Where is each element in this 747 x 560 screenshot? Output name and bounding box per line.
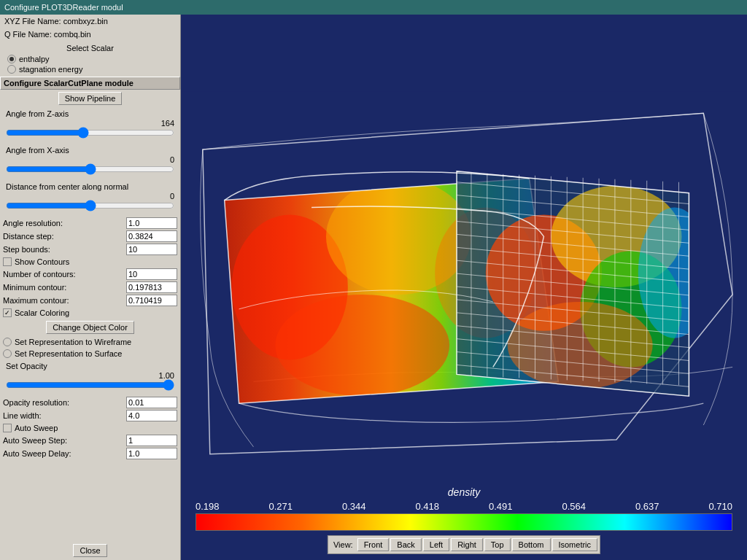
title-text: Configure PLOT3DReader modul	[4, 3, 123, 12]
line-width-label: Line width:	[3, 411, 126, 420]
view-top-btn[interactable]: Top	[484, 538, 511, 551]
scalar-coloring-row[interactable]: ✓ Scalar Coloring	[0, 307, 180, 319]
show-pipeline-container: Show Pipeline	[0, 92, 180, 105]
max-contour-row: Maximum contour:	[0, 294, 180, 307]
cb-val-2: 0.344	[342, 501, 366, 512]
left-panel: XYZ File Name: combxyz.bin Q File Name: …	[0, 15, 181, 560]
distance-label: Distance from center along normal	[3, 182, 177, 192]
auto-sweep-delay-label: Auto Sweep Delay:	[3, 449, 126, 458]
colorbar-values: 0.198 0.271 0.344 0.418 0.491 0.564 0.63…	[196, 501, 732, 512]
surface-radio[interactable]	[3, 349, 12, 358]
opacity-section: Set Opacity 1.00	[0, 359, 180, 396]
enthalpy-option[interactable]: enthalpy	[7, 55, 176, 63]
cb-val-4: 0.491	[489, 501, 513, 512]
distance-slider[interactable]	[6, 201, 174, 211]
auto-sweep-step-label: Auto Sweep Step:	[3, 436, 126, 445]
wireframe-representation[interactable]: Set Representation to Wireframe	[0, 336, 180, 348]
view-back-btn[interactable]: Back	[390, 538, 421, 551]
view-front-btn[interactable]: Front	[357, 538, 390, 551]
num-contours-input[interactable]	[126, 268, 177, 280]
line-width-input[interactable]	[126, 410, 177, 421]
viz-panel: density 0.198 0.271 0.344 0.418 0.491 0.…	[181, 15, 747, 560]
main-content: XYZ File Name: combxyz.bin Q File Name: …	[0, 15, 747, 560]
auto-sweep-delay-input[interactable]	[126, 448, 177, 459]
view-bottom-btn[interactable]: Bottom	[512, 538, 551, 551]
num-contours-row: Number of contours:	[0, 268, 180, 281]
surface-representation[interactable]: Set Representation to Surface	[0, 348, 180, 359]
distance-step-input[interactable]	[126, 230, 177, 242]
scp-module-header: Configure ScalarCutPlane module	[0, 77, 180, 90]
enthalpy-radio[interactable]	[7, 55, 16, 63]
angle-resolution-label: Angle resolution:	[3, 219, 126, 228]
title-bar: Configure PLOT3DReader modul	[0, 0, 747, 15]
angle-resolution-row: Angle resolution:	[0, 217, 180, 230]
show-contours-row[interactable]: Show Contours	[0, 256, 180, 268]
distance-step-row: Distance step:	[0, 230, 180, 243]
view-left-btn[interactable]: Left	[423, 538, 449, 551]
opacity-slider[interactable]	[6, 380, 174, 390]
view-isometric-btn[interactable]: Isometric	[551, 538, 597, 551]
cb-val-3: 0.418	[415, 501, 439, 512]
view-label: View:	[330, 540, 356, 549]
angle-z-label: Angle from Z-axis	[3, 109, 177, 119]
scalar-coloring-checkbox[interactable]: ✓	[3, 308, 12, 317]
min-contour-row: Minimum contour:	[0, 281, 180, 294]
angle-x-slider-container	[3, 164, 177, 179]
auto-sweep-row[interactable]: Auto Sweep	[0, 422, 180, 434]
num-contours-label: Number of contours:	[3, 270, 126, 279]
angle-z-slider-container	[3, 128, 177, 142]
stagnation-radio[interactable]	[7, 65, 16, 74]
opacity-label: Set Opacity	[3, 361, 177, 371]
cb-val-0: 0.198	[196, 501, 220, 512]
angle-x-slider[interactable]	[6, 164, 174, 174]
view-buttons: View: Front Back Left Right Top Bottom I…	[328, 535, 600, 554]
distance-slider-container	[3, 201, 177, 215]
step-bounds-row: Step bounds:	[0, 243, 180, 256]
angle-x-label: Angle from X-axis	[3, 145, 177, 155]
scalar-radio-group: enthalpy stagnation energy	[4, 55, 176, 74]
auto-sweep-checkbox[interactable]	[3, 424, 12, 432]
show-pipeline-btn[interactable]: Show Pipeline	[58, 92, 123, 105]
grid-panel	[457, 171, 711, 396]
line-width-row: Line width:	[0, 409, 180, 422]
angle-x-section: Angle from X-axis 0	[0, 144, 180, 180]
opacity-resolution-input[interactable]	[126, 397, 177, 408]
opacity-resolution-row: Opacity resolution:	[0, 396, 180, 409]
wireframe-radio[interactable]	[3, 338, 12, 346]
distance-step-label: Distance step:	[3, 232, 126, 241]
auto-sweep-step-row: Auto Sweep Step:	[0, 434, 180, 447]
xyz-file-info: XYZ File Name: combxyz.bin	[0, 15, 180, 28]
change-color-container: Change Object Color	[0, 321, 180, 334]
scalar-section: Select Scalar enthalpy stagnation energy	[0, 41, 180, 77]
cb-val-5: 0.564	[562, 501, 586, 512]
auto-sweep-step-input[interactable]	[126, 435, 177, 446]
stagnation-label: stagnation energy	[19, 65, 82, 74]
colorbar-title: density	[448, 486, 480, 498]
angle-resolution-input[interactable]	[126, 217, 177, 229]
close-container: Close	[0, 541, 180, 560]
min-contour-input[interactable]	[126, 281, 177, 293]
step-bounds-label: Step bounds:	[3, 245, 126, 254]
viz-canvas	[181, 15, 747, 560]
change-color-btn[interactable]: Change Object Color	[46, 321, 134, 334]
wireframe-label: Set Representation to Wireframe	[15, 338, 131, 346]
cb-val-6: 0.637	[635, 501, 659, 512]
angle-z-slider[interactable]	[6, 128, 174, 138]
opacity-slider-container	[3, 380, 177, 394]
max-contour-input[interactable]	[126, 295, 177, 306]
auto-sweep-label: Auto Sweep	[15, 424, 58, 432]
close-btn[interactable]: Close	[73, 544, 107, 557]
cb-val-7: 0.710	[708, 501, 732, 512]
view-right-btn[interactable]: Right	[451, 538, 483, 551]
opacity-resolution-label: Opacity resolution:	[3, 398, 126, 407]
surface-label: Set Representation to Surface	[15, 349, 122, 358]
min-contour-label: Minimum contour:	[3, 283, 126, 292]
step-bounds-input[interactable]	[126, 244, 177, 255]
colorbar	[196, 513, 732, 531]
scalar-label: Select Scalar	[4, 44, 176, 52]
stagnation-energy-option[interactable]: stagnation energy	[7, 65, 176, 74]
max-contour-label: Maximum contour:	[3, 296, 126, 305]
distance-section: Distance from center along normal 0	[0, 180, 180, 217]
show-contours-checkbox[interactable]	[3, 257, 12, 266]
svg-point-5	[275, 295, 449, 396]
